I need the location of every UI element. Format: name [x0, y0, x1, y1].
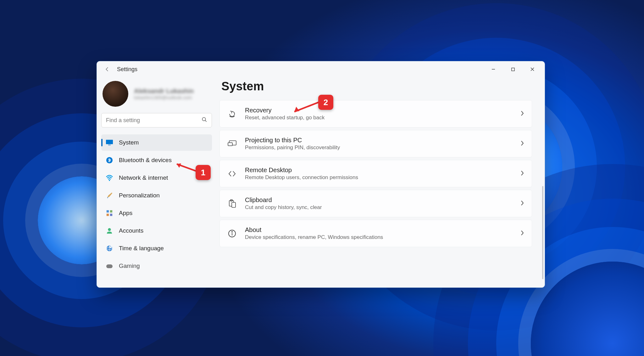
svg-point-9 [109, 180, 110, 181]
svg-rect-21 [228, 143, 232, 146]
svg-rect-7 [108, 144, 111, 145]
card-title: About [245, 226, 512, 234]
remote-icon [227, 169, 237, 178]
svg-rect-13 [110, 214, 112, 216]
sidebar-item-apps[interactable]: Apps [101, 205, 212, 221]
svg-rect-24 [232, 202, 236, 207]
sidebar-item-personalization[interactable]: Personalization [101, 187, 212, 204]
annotation-arrow-1 [170, 161, 199, 173]
back-button[interactable] [102, 64, 113, 75]
project-icon [227, 139, 237, 149]
sidebar-item-label: Gaming [119, 263, 140, 269]
card-title: Recovery [245, 107, 512, 114]
card-desc: Cut and copy history, sync, clear [245, 204, 512, 211]
settings-card-recovery[interactable]: Recovery Reset, advanced startup, go bac… [219, 100, 532, 127]
svg-point-27 [232, 231, 232, 232]
user-email: lukashin1305@outlook.com [134, 95, 194, 100]
chevron-right-icon [520, 230, 524, 237]
chevron-right-icon [520, 200, 524, 207]
settings-window: Settings Aleksandr Lukashin lukashin1305… [97, 61, 545, 288]
svg-point-4 [202, 117, 206, 121]
bluetooth-icon [106, 156, 113, 164]
sidebar-item-label: Personalization [119, 192, 160, 199]
wifi-icon [106, 174, 113, 182]
minimize-button[interactable] [488, 64, 499, 75]
clipboard-icon [227, 199, 237, 208]
search-box[interactable] [101, 113, 212, 127]
sidebar-item-label: System [119, 139, 139, 146]
svg-rect-10 [107, 210, 109, 212]
annotation-callout-2: 2 [318, 95, 333, 110]
settings-card-about[interactable]: About Device specifications, rename PC, … [219, 220, 532, 247]
svg-rect-1 [511, 68, 514, 71]
user-account-block[interactable]: Aleksandr Lukashin lukashin1305@outlook.… [101, 80, 212, 113]
card-desc: Reset, advanced startup, go back [245, 115, 512, 121]
sidebar-item-label: Time & language [119, 245, 164, 252]
card-desc: Permissions, pairing PIN, discoverabilit… [245, 144, 512, 151]
chevron-right-icon [520, 110, 524, 117]
chevron-right-icon [520, 140, 524, 147]
card-title: Projecting to this PC [245, 137, 512, 144]
gamepad-icon [106, 262, 113, 270]
card-desc: Remote Desktop users, connection permiss… [245, 174, 512, 181]
svg-marker-31 [294, 107, 299, 112]
sidebar-item-label: Apps [119, 210, 132, 217]
scrollbar[interactable] [542, 186, 543, 279]
brush-icon [106, 192, 113, 199]
svg-rect-12 [107, 214, 109, 216]
card-title: Remote Desktop [245, 167, 512, 174]
close-button[interactable] [527, 64, 538, 75]
card-title: Clipboard [245, 196, 512, 204]
settings-card-remote-desktop[interactable]: Remote Desktop Remote Desktop users, con… [219, 160, 532, 187]
sidebar-item-accounts[interactable]: Accounts [101, 223, 212, 239]
avatar [103, 81, 128, 107]
svg-rect-6 [106, 140, 113, 144]
chevron-right-icon [520, 170, 524, 177]
sidebar-item-system[interactable]: System [101, 134, 212, 151]
titlebar[interactable]: Settings [97, 61, 545, 77]
sidebar: Aleksandr Lukashin lukashin1305@outlook.… [97, 77, 216, 287]
sidebar-item-label: Bluetooth & devices [119, 157, 172, 164]
globe-icon [106, 245, 113, 252]
sidebar-nav: System Bluetooth & devices Network & int… [101, 134, 212, 274]
svg-point-14 [108, 228, 111, 231]
search-icon [202, 117, 207, 124]
page-title: System [219, 80, 532, 93]
annotation-callout-1: 1 [196, 165, 211, 180]
sidebar-item-time[interactable]: Time & language [101, 240, 212, 257]
user-name: Aleksandr Lukashin [134, 88, 194, 95]
monitor-icon [106, 139, 113, 146]
search-input[interactable] [106, 117, 202, 124]
svg-rect-19 [106, 264, 113, 268]
card-desc: Device specifications, rename PC, Window… [245, 234, 512, 240]
info-icon [227, 229, 237, 238]
main-content: System Recovery Reset, advanced startup,… [216, 77, 545, 287]
sidebar-item-label: Network & internet [119, 174, 168, 181]
person-icon [106, 227, 113, 235]
sidebar-item-gaming[interactable]: Gaming [101, 258, 212, 274]
settings-card-clipboard[interactable]: Clipboard Cut and copy history, sync, cl… [219, 190, 532, 217]
apps-icon [106, 209, 113, 217]
sidebar-item-label: Accounts [119, 227, 143, 234]
window-title: Settings [117, 66, 137, 73]
maximize-button[interactable] [508, 64, 518, 75]
svg-line-5 [205, 120, 207, 122]
recovery-icon [227, 109, 237, 119]
settings-card-projecting[interactable]: Projecting to this PC Permissions, pairi… [219, 130, 532, 157]
svg-rect-11 [110, 210, 112, 212]
